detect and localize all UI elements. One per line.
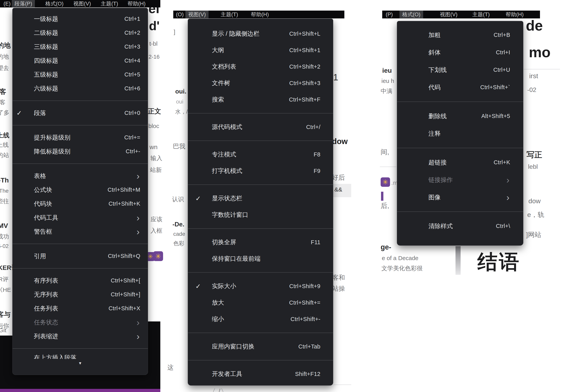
menu-item-shortcut: Ctrl+Shift+9 <box>289 283 320 290</box>
menu-item-label: 删除线 <box>428 112 447 120</box>
menu-item[interactable]: 超链接Ctrl+K <box>397 154 523 171</box>
menu-item[interactable]: 加粗Ctrl+B <box>397 26 523 44</box>
menu-item-label: 大纲 <box>212 46 224 54</box>
menu-item[interactable]: 注释 <box>397 125 523 142</box>
menu-item-label: 有序列表 <box>34 276 58 285</box>
menu-item[interactable]: 下划线Ctrl+U <box>397 61 523 78</box>
menu-item[interactable]: 文件树Ctrl+Shift+3 <box>188 75 333 91</box>
menu-item-label: 提升标题级别 <box>34 134 70 142</box>
menu-item[interactable]: 放大Ctrl+Shift+= <box>188 294 333 311</box>
format-menu: 加粗Ctrl+B斜体Ctrl+I下划线Ctrl+U代码Ctrl+Shift+`删… <box>397 21 523 246</box>
menu-item-shortcut: Ctrl+Shift+2 <box>289 64 320 70</box>
menu-item-label: 代码工具 <box>34 214 58 222</box>
menu-item[interactable]: 应用内窗口切换Ctrl+Tab <box>188 338 333 355</box>
menu-item[interactable]: ✓实际大小Ctrl+Shift+9 <box>188 278 333 294</box>
menu-item[interactable]: 无序列表Ctrl+Shift+] <box>12 288 148 302</box>
menu-item[interactable]: 斜体Ctrl+I <box>397 44 523 61</box>
menu-item[interactable]: 切换全屏F11 <box>188 234 333 250</box>
menu-item-label: 搜索 <box>212 96 224 104</box>
menu-item[interactable]: 链接操作› <box>397 171 523 188</box>
menu-item[interactable]: 开发者工具Shift+F12 <box>188 366 333 382</box>
menu-item-shortcut: Ctrl+4 <box>124 58 140 64</box>
menu-item-shortcut: Ctrl+I <box>496 49 510 56</box>
menu-item-label: 代码块 <box>34 200 52 208</box>
menu-item-shortcut: Shift+F12 <box>295 371 320 377</box>
menu-item[interactable]: 任务列表Ctrl+Shift+X <box>12 302 148 315</box>
menu-item[interactable]: 提升标题级别Ctrl+= <box>12 130 148 144</box>
menu-item[interactable]: 清除样式Ctrl+\ <box>397 217 523 235</box>
menu-separator <box>188 140 333 141</box>
menu-item[interactable]: 代码工具› <box>12 211 148 224</box>
menu-item-label: 四级标题 <box>34 57 58 65</box>
menu-item-shortcut: Ctrl+Shift+K <box>108 200 140 207</box>
menu-item[interactable]: ✓段落Ctrl+0 <box>12 106 148 120</box>
menu-item-label: 二级标题 <box>34 29 58 37</box>
menu-separator <box>12 244 148 244</box>
menu-item[interactable]: 源代码模式Ctrl+/ <box>188 119 333 135</box>
menu-item-label: 文件树 <box>212 79 230 87</box>
menu-item-shortcut: Ctrl+Shift+1 <box>289 47 320 54</box>
menu-separator <box>188 360 333 360</box>
menu-item-label: 斜体 <box>428 48 440 57</box>
menu-item[interactable]: 引用Ctrl+Shift+Q <box>12 249 148 263</box>
menu-item[interactable]: 三级标题Ctrl+3 <box>12 40 148 54</box>
menu-item-shortcut: Ctrl+Shift+Q <box>108 253 140 259</box>
menu-item-shortcut: Ctrl+Shift+= <box>289 300 320 306</box>
menu-item-shortcut: Ctrl+Shift+3 <box>289 80 320 86</box>
menu-item[interactable]: 降低标题级别Ctrl+- <box>12 144 148 158</box>
menu-item[interactable]: 列表缩进› <box>12 329 148 343</box>
menu-item[interactable]: 删除线Alt+Shift+5 <box>397 108 523 125</box>
menu-item[interactable]: 文档列表Ctrl+Shift+2 <box>188 58 333 75</box>
paragraph-menu: 一级标题Ctrl+1二级标题Ctrl+2三级标题Ctrl+3四级标题Ctrl+4… <box>12 8 148 375</box>
menu-item[interactable]: 有序列表Ctrl+Shift+[ <box>12 274 148 288</box>
menu-item-label: 缩小 <box>212 315 224 323</box>
menu-item[interactable]: 保持窗口在最前端 <box>188 250 333 267</box>
menu-item[interactable]: 代码块Ctrl+Shift+K <box>12 197 148 211</box>
menu-item-label: 无序列表 <box>34 290 58 299</box>
menu-item[interactable]: 图像› <box>397 188 523 206</box>
menu-item[interactable]: 字数统计窗口 <box>188 206 333 223</box>
menu-item[interactable]: 五级标题Ctrl+5 <box>12 68 148 82</box>
menu-item[interactable]: 六级标题Ctrl+6 <box>12 82 148 96</box>
menu-item-label: 降低标题级别 <box>34 148 70 156</box>
menu-item-shortcut: Ctrl+1 <box>124 16 140 22</box>
menu-item-label: 警告框 <box>34 228 52 236</box>
menu-item[interactable]: 任务状态› <box>12 315 148 329</box>
menu-item-label: 文档列表 <box>212 62 236 71</box>
menu-item-label: 任务列表 <box>34 304 58 312</box>
menu-item[interactable]: 一级标题Ctrl+1 <box>12 12 148 26</box>
menu-item-shortcut: Ctrl+2 <box>124 30 140 36</box>
menu-separator <box>12 125 148 126</box>
menu-item-shortcut: Ctrl+Tab <box>298 344 320 350</box>
menu-item-shortcut: Ctrl+Shift+L <box>289 30 320 37</box>
menu-item[interactable]: ✓显示状态栏 <box>188 190 333 206</box>
menu-scroll-down-icon[interactable]: ▼ <box>12 359 148 368</box>
menu-item-shortcut: Ctrl+Shift+` <box>480 84 510 90</box>
menu-item[interactable]: 显示 / 隐藏侧边栏Ctrl+Shift+L <box>188 26 333 42</box>
menu-item-shortcut: Ctrl+0 <box>124 110 140 116</box>
menu-item[interactable]: 警告框› <box>12 224 148 238</box>
menu-item-label: 六级标题 <box>34 84 58 93</box>
menu-item-shortcut: F11 <box>311 239 320 246</box>
menu-separator <box>397 148 523 148</box>
menu-separator <box>397 102 523 102</box>
menu-item-label: 公式块 <box>34 186 52 194</box>
menu-item[interactable]: 表格› <box>12 169 148 183</box>
menu-item[interactable]: 二级标题Ctrl+2 <box>12 26 148 40</box>
menu-item[interactable]: 大纲Ctrl+Shift+1 <box>188 42 333 58</box>
menu-item[interactable]: 代码Ctrl+Shift+` <box>397 78 523 96</box>
menu-item[interactable]: 在上方插入段落 <box>12 354 148 359</box>
menu-item-label: 超链接 <box>428 158 447 166</box>
menu-item[interactable]: 搜索Ctrl+Shift+F <box>188 91 333 108</box>
menu-item[interactable]: 缩小Ctrl+Shift+- <box>188 311 333 327</box>
menu-item-shortcut: Ctrl+Shift+[ <box>111 277 140 284</box>
menu-item-shortcut: Ctrl+\ <box>496 223 510 229</box>
menu-item-label: 任务状态 <box>34 318 58 326</box>
menu-item[interactable]: 专注模式F8 <box>188 146 333 163</box>
menu-item[interactable]: 公式块Ctrl+Shift+M <box>12 183 148 197</box>
menu-item[interactable]: 打字机模式F9 <box>188 163 333 179</box>
menu-item[interactable]: 四级标题Ctrl+4 <box>12 54 148 68</box>
menu-item-label: 显示 / 隐藏侧边栏 <box>212 30 260 38</box>
menu-item-label: 注释 <box>428 130 440 138</box>
menu-item-label: 引用 <box>34 252 46 260</box>
